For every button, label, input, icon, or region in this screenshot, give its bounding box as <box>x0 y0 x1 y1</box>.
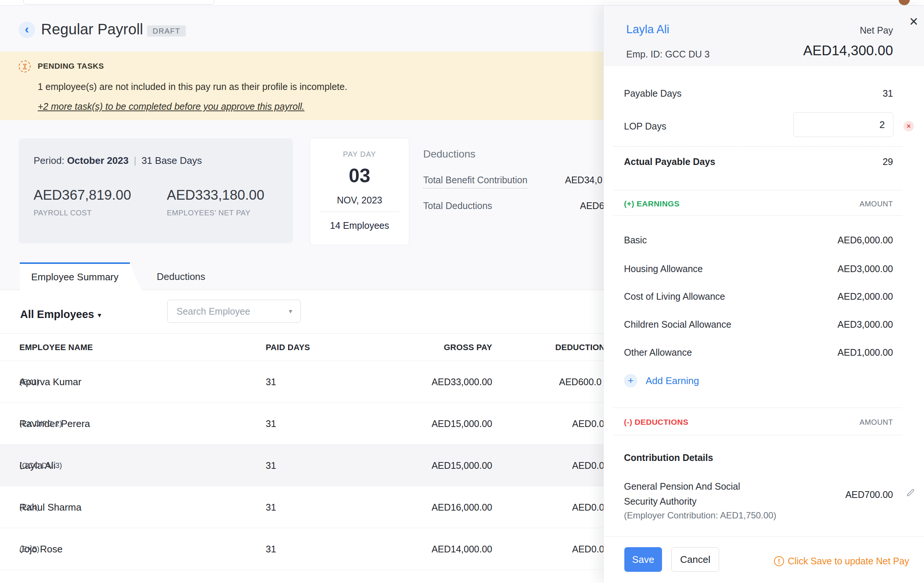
deduction-value: AED0.0 <box>572 418 604 429</box>
paid-days-value: 31 <box>266 460 276 471</box>
employee-filter-dropdown[interactable]: All Employees▾ <box>20 308 101 320</box>
deduction-value: AED600.0 <box>559 376 602 387</box>
earnings-amount-label: AMOUNT <box>860 200 893 208</box>
cancel-button[interactable]: Cancel <box>672 547 719 572</box>
deduction-value: AED0.0 <box>572 502 604 512</box>
search-employee-select[interactable]: Search Employee ▾ <box>167 300 301 323</box>
earning-label: Cost of Living Allowance <box>624 291 725 302</box>
chevron-down-icon: ▾ <box>98 312 101 319</box>
pension-label-line2: Security Authority <box>624 496 697 507</box>
gross-pay-value: AED33,000.00 <box>431 376 492 387</box>
period-label: Period: <box>34 155 64 166</box>
employee-id: (EX4) <box>20 503 40 512</box>
tab-employee-summary[interactable]: Employee Summary <box>20 264 142 291</box>
divider <box>613 190 903 190</box>
employee-filter-label: All Employees <box>20 308 94 320</box>
payday-employee-count: 14 Employees <box>310 220 409 231</box>
clear-lop-icon[interactable]: × <box>904 121 914 131</box>
actual-payable-days-value: 29 <box>883 156 893 167</box>
add-earning-button[interactable]: + Add Earning <box>624 374 699 387</box>
search-employee-placeholder: Search Employee <box>177 300 250 322</box>
topbar <box>0 0 924 6</box>
col-gross-pay: GROSS PAY <box>444 334 492 361</box>
actual-payable-days-label: Actual Payable Days <box>624 156 715 167</box>
deduction-value: AED0.0 <box>572 543 604 554</box>
earning-value: AED3,000.00 <box>837 319 893 330</box>
gross-pay-value: AED15,000.00 <box>431 460 492 471</box>
employee-detail-panel: Layla Ali Net Pay Emp. ID: GCC DU 3 AED1… <box>604 6 924 583</box>
avatar[interactable] <box>899 0 910 5</box>
deductions-section-heading: (-) DEDUCTIONS <box>624 418 688 427</box>
divider <box>613 435 903 435</box>
period-line: Period: October 2023|31 Base Days <box>34 155 202 167</box>
edit-pencil-icon[interactable] <box>906 488 916 499</box>
employer-contribution-note: (Employer Contribution: AED1,750.00) <box>624 510 776 521</box>
earning-label: Housing Allowance <box>624 264 703 274</box>
payroll-cost-label: PAYROLL COST <box>34 209 92 217</box>
banner-message: 1 employee(s) are not included in this p… <box>38 81 347 92</box>
period-summary-card: Period: October 2023|31 Base Days AED367… <box>19 139 293 243</box>
earning-label: Children Social Allowance <box>624 319 731 330</box>
base-days: 31 Base Days <box>142 155 202 166</box>
payable-days-label: Payable Days <box>624 88 681 99</box>
warning-text: Click Save to update Net Pay <box>788 556 909 566</box>
close-icon[interactable]: × <box>909 14 918 29</box>
global-search-input[interactable] <box>23 0 214 5</box>
deductions-amount-label: AMOUNT <box>860 418 893 427</box>
total-benefit-contribution-value: AED34,0 <box>565 175 602 185</box>
tab-employee-summary-label: Employee Summary <box>20 264 130 290</box>
panel-employee-name-link[interactable]: Layla Ali <box>626 23 669 36</box>
earning-label: Other Allowance <box>624 347 692 358</box>
payable-days-value: 31 <box>883 88 893 99</box>
employee-id: (EX1) <box>20 377 40 386</box>
col-employee-name: EMPLOYEE NAME <box>20 334 93 361</box>
contribution-details-heading: Contribution Details <box>624 453 713 463</box>
earning-value: AED3,000.00 <box>837 264 893 274</box>
page-title: Regular Payroll <box>41 21 143 38</box>
divider <box>613 408 903 408</box>
paid-days-value: 31 <box>266 502 276 512</box>
pension-label-line1: General Pension And Social <box>624 481 740 492</box>
employee-id: (EX DIFC 2) <box>20 419 62 428</box>
back-chevron-icon: ‹ <box>25 23 29 34</box>
banner-heading: PENDING TASKS <box>38 61 104 71</box>
payroll-app: ‹ Regular Payroll DRAFT PENDING TASKS 1 … <box>0 0 924 583</box>
payday-day: 03 <box>310 164 409 187</box>
total-deductions-label: Total Deductions <box>423 200 492 211</box>
lop-days-input[interactable]: 2 <box>794 112 893 137</box>
deduction-value: AED0.0 <box>572 460 604 471</box>
panel-header: Layla Ali Net Pay Emp. ID: GCC DU 3 AED1… <box>604 6 924 66</box>
col-deductions: DEDUCTIONS <box>555 334 610 361</box>
paid-days-value: 31 <box>266 418 276 429</box>
lop-days-label: LOP Days <box>624 121 666 132</box>
panel-net-pay-label: Net Pay <box>860 25 893 36</box>
period-separator: | <box>129 155 142 166</box>
employees-net-pay-label: EMPLOYEES' NET PAY <box>167 209 251 217</box>
status-badge: DRAFT <box>147 25 186 36</box>
payday-label: PAY DAY <box>310 150 409 159</box>
add-earning-label: Add Earning <box>645 375 699 386</box>
banner-more-tasks-link[interactable]: +2 more task(s) to be completed before y… <box>38 101 305 112</box>
earning-value: AED1,000.00 <box>837 347 893 358</box>
plus-icon: + <box>624 374 637 387</box>
divider <box>604 536 924 537</box>
payday-card: PAY DAY 03 NOV, 2023 14 Employees <box>310 138 409 245</box>
earning-value: AED2,000.00 <box>837 291 893 302</box>
divider <box>613 146 903 147</box>
total-deductions-value: AED6 <box>580 200 604 211</box>
earnings-section-heading: (+) EARNINGS <box>624 199 680 208</box>
payday-month-year: NOV, 2023 <box>310 195 409 206</box>
earning-label: Basic <box>624 235 647 246</box>
employees-net-pay-value: AED333,180.00 <box>167 187 264 203</box>
hourglass-icon <box>19 61 31 73</box>
tab-deductions[interactable]: Deductions <box>157 264 205 290</box>
total-benefit-contribution-label[interactable]: Total Benefit Contribution <box>423 175 527 188</box>
back-button[interactable]: ‹ <box>19 21 35 38</box>
panel-emp-id: Emp. ID: GCC DU 3 <box>626 49 710 60</box>
active-tab-indicator <box>20 263 130 264</box>
save-button[interactable]: Save <box>624 547 662 572</box>
panel-net-pay-value: AED14,300.00 <box>803 43 893 59</box>
payroll-cost-value: AED367,819.00 <box>34 187 131 203</box>
divider <box>613 215 903 216</box>
save-warning: ! Click Save to update Net Pay <box>774 556 909 566</box>
